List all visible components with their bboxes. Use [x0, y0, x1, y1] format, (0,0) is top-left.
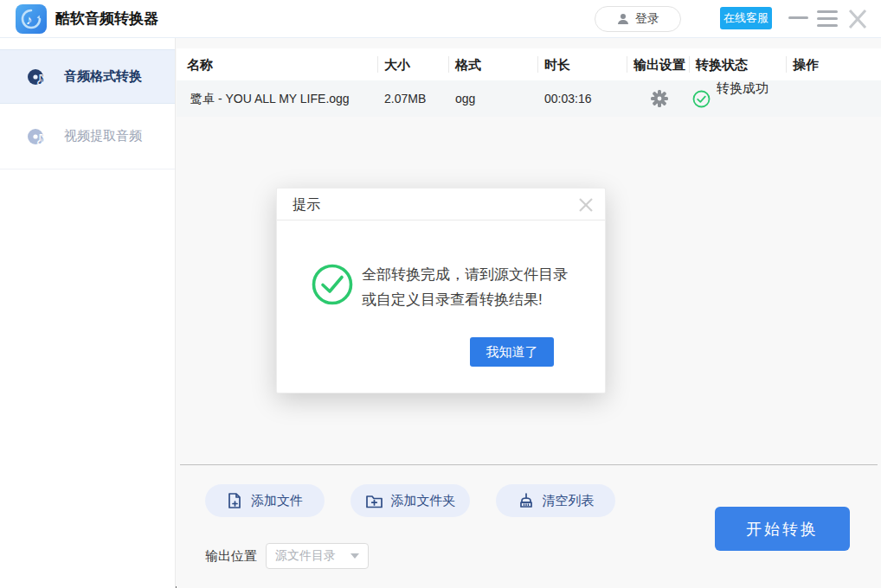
file-plus-icon [227, 492, 243, 509]
dialog-message-line2: 或自定义目录查看转换结果! [362, 287, 568, 312]
app-window: ♪ 酷软音频转换器 登录 在线客服 [0, 0, 881, 588]
conversion-status: 转换成功 [692, 80, 768, 117]
clear-list-button[interactable]: 清空列表 [496, 484, 615, 517]
output-location-label: 输出位置 [205, 543, 257, 569]
online-support-label: 在线客服 [723, 10, 768, 26]
folder-plus-icon [365, 493, 383, 509]
login-button[interactable]: 登录 [595, 6, 681, 32]
online-support-button[interactable]: 在线客服 [720, 7, 772, 29]
dialog-confirm-label: 我知道了 [486, 344, 538, 361]
add-file-label: 添加文件 [251, 493, 303, 509]
col-name: 名称 [187, 48, 213, 80]
output-settings-gear-icon[interactable] [649, 88, 670, 109]
sidebar: ♪ ♪ 音频格式转换 ♪ ♪ 视频提取音频 [0, 38, 176, 588]
footer-divider [180, 464, 878, 465]
start-convert-label: 开始转换 [746, 519, 819, 540]
col-status: 转换状态 [696, 48, 748, 80]
sidebar-item-label: 音频格式转换 [64, 68, 142, 85]
sidebar-item-label: 视频提取音频 [64, 128, 142, 144]
dialog-title: 提示 [293, 189, 320, 220]
dialog-message-line1: 全部转换完成，请到源文件目录 [362, 262, 568, 287]
dialog-confirm-button[interactable]: 我知道了 [470, 337, 554, 367]
success-check-big-icon [311, 263, 354, 310]
col-duration: 时长 [544, 48, 570, 80]
conversion-complete-dialog: 提示 全部转换完成，请到源文件目录 或自定义目录查看转换结果! 我知道了 [276, 188, 606, 393]
sidebar-item-audio-format-convert[interactable]: ♪ ♪ 音频格式转换 [0, 49, 175, 104]
login-label: 登录 [635, 11, 659, 27]
col-output-settings: 输出设置 [633, 48, 685, 80]
minimize-icon[interactable] [788, 16, 808, 19]
chevron-down-icon [350, 553, 359, 559]
output-location-value: 源文件目录 [275, 548, 342, 564]
output-location-dropdown[interactable]: 源文件目录 [266, 543, 369, 569]
user-icon [616, 12, 630, 26]
add-file-button[interactable]: 添加文件 [205, 484, 325, 517]
add-folder-button[interactable]: 添加文件夹 [350, 484, 470, 517]
disc-note-icon: ♪ ♪ [26, 125, 52, 149]
dialog-message: 全部转换完成，请到源文件目录 或自定义目录查看转换结果! [362, 262, 568, 312]
svg-text:♪: ♪ [37, 131, 45, 147]
add-folder-label: 添加文件夹 [391, 493, 456, 509]
col-actions: 操作 [793, 48, 819, 80]
sidebar-item-video-extract-audio[interactable]: ♪ ♪ 视频提取音频 [0, 104, 175, 169]
disc-note-icon: ♪ ♪ [26, 65, 52, 89]
clear-list-label: 清空列表 [543, 493, 595, 509]
success-check-icon [692, 90, 711, 108]
music-note-logo-icon: ♪ [19, 7, 43, 31]
col-format: 格式 [455, 48, 481, 80]
table-row[interactable]: 鹭卓 - YOU ALL MY LIFE.ogg 2.07MB ogg 00:0… [177, 80, 881, 117]
file-size: 2.07MB [384, 80, 426, 117]
app-logo: ♪ [16, 4, 47, 34]
svg-text:♪: ♪ [37, 71, 45, 87]
dialog-close-icon[interactable] [576, 195, 596, 215]
svg-text:♪: ♪ [26, 12, 33, 27]
file-duration: 00:03:16 [544, 80, 592, 117]
file-name: 鹭卓 - YOU ALL MY LIFE.ogg [190, 80, 350, 117]
status-text: 转换成功 [717, 80, 768, 117]
broom-icon [518, 492, 535, 509]
close-icon[interactable] [845, 7, 871, 31]
file-table-header: 名称 大小 格式 时长 输出设置 转换状态 操作 [177, 48, 881, 80]
menu-icon[interactable] [817, 10, 838, 27]
app-title: 酷软音频转换器 [55, 0, 158, 38]
start-convert-button[interactable]: 开始转换 [715, 507, 850, 551]
dialog-header: 提示 [277, 189, 605, 220]
file-format: ogg [455, 80, 475, 117]
col-size: 大小 [384, 48, 410, 80]
title-bar: ♪ 酷软音频转换器 登录 在线客服 [0, 0, 881, 38]
